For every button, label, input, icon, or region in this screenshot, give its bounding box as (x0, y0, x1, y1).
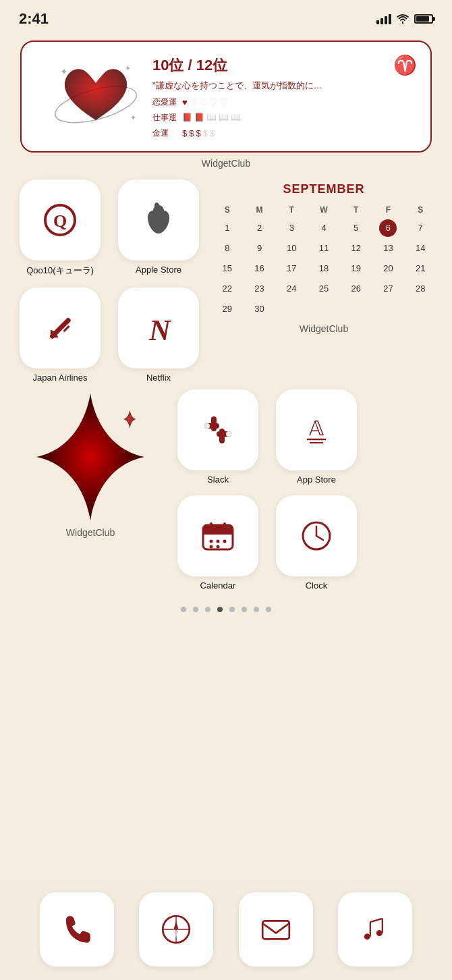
japan-airlines-app[interactable]: Japan Airlines (16, 288, 104, 383)
status-bar: 2:41 (0, 0, 452, 34)
phone-dock-item[interactable] (40, 892, 114, 967)
horoscope-widget-area: ✦ ✦ ✦ (0, 34, 452, 169)
mail-dock-icon[interactable] (239, 892, 313, 967)
qoo10-app[interactable]: Q Qoo10(キューラ) (16, 180, 104, 277)
music-dock-item[interactable] (338, 892, 412, 967)
clock-app[interactable]: Clock (273, 495, 360, 591)
horoscope-quote: "謙虚な心を持つことで、運気が指数的に… (152, 79, 417, 92)
slack-icon[interactable] (177, 389, 258, 470)
cal-h-s2: S (405, 202, 436, 218)
horoscope-widget-label: WidgetClub (20, 158, 432, 169)
app-calendar-section: Q Qoo10(キューラ) Apple Store (0, 175, 452, 383)
dot-1 (181, 607, 186, 612)
qoo10-label: Qoo10(キューラ) (26, 265, 94, 277)
cal-week-1: 1 2 3 4 5 6 7 (212, 218, 436, 238)
cal-h-f: F (373, 202, 404, 218)
svg-point-25 (217, 539, 220, 543)
slack-app[interactable]: Slack (174, 389, 262, 485)
cal-week-3: 15 16 17 18 19 20 21 (212, 258, 436, 279)
dot-4-active (217, 607, 223, 612)
dot-7 (254, 607, 259, 612)
calendar-app-icon[interactable] (177, 495, 258, 576)
wifi-icon (397, 14, 409, 24)
svg-point-27 (210, 545, 213, 548)
app-store-app[interactable]: 𝔸 App Store (273, 389, 360, 485)
apple-store-label: Apple Store (136, 265, 181, 275)
dot-6 (242, 607, 247, 612)
dot-5 (229, 607, 235, 612)
svg-text:Q: Q (53, 211, 67, 231)
qoo10-icon[interactable]: Q (20, 180, 101, 261)
app-grid-left: Q Qoo10(キューラ) Apple Store (16, 180, 202, 383)
netflix-label: Netflix (146, 373, 171, 383)
safari-dock-item[interactable] (139, 892, 213, 967)
love-row: 恋愛運 ♥ ♡ ♡ ♡ ♡ (152, 97, 417, 108)
apple-store-icon[interactable] (118, 180, 199, 261)
calendar-month: SEPTEMBER (212, 182, 436, 196)
cal-h-m: M (244, 202, 275, 218)
today-marker: 6 (379, 219, 397, 237)
svg-text:✦: ✦ (130, 113, 136, 121)
svg-text:N: N (148, 314, 172, 347)
calendar-app[interactable]: Calendar (174, 495, 262, 591)
heart-decoration: ✦ ✦ ✦ (45, 56, 133, 137)
love-icons: ♥ ♡ ♡ ♡ ♡ (182, 97, 228, 107)
page-dots (0, 607, 452, 612)
aries-symbol: ♈ (393, 54, 417, 76)
svg-line-33 (316, 536, 323, 540)
svg-point-26 (223, 539, 227, 543)
horoscope-widget[interactable]: ✦ ✦ ✦ (20, 40, 432, 153)
calendar-widget-label: WidgetClub (212, 323, 436, 334)
netflix-app[interactable]: N Netflix (115, 288, 202, 383)
sparkle-graphic (23, 389, 158, 524)
rank-text: 10位 / 12位 (152, 55, 227, 76)
sparkle-widget: WidgetClub (16, 389, 165, 538)
calendar-grid: S M T W T F S 1 2 3 4 5 6 7 8 9 (212, 202, 436, 319)
netflix-icon[interactable]: N (118, 288, 199, 369)
horoscope-info: 10位 / 12位 ♈ "謙虚な心を持つことで、運気が指数的に… 恋愛運 ♥ ♡… (152, 54, 417, 139)
japan-airlines-label: Japan Airlines (33, 373, 88, 383)
music-dock-icon[interactable] (338, 892, 412, 967)
svg-point-24 (210, 539, 213, 543)
cal-h-t: T (276, 202, 307, 218)
mail-dock-item[interactable] (239, 892, 313, 967)
apple-store-app[interactable]: Apple Store (115, 180, 202, 277)
love-label: 恋愛運 (152, 97, 177, 108)
calendar-app-label: Calendar (200, 580, 236, 591)
svg-point-28 (217, 545, 220, 548)
work-icons: 📕 📕 📖 📖 📖 (182, 113, 241, 122)
svg-rect-16 (204, 423, 210, 429)
heart-section: ✦ ✦ ✦ (35, 54, 143, 139)
phone-dock-icon[interactable] (40, 892, 114, 967)
cal-week-5: 29 30 (212, 299, 436, 319)
safari-dock-icon[interactable] (139, 892, 213, 967)
money-label: 金運 (152, 128, 177, 139)
svg-text:𝔸: 𝔸 (309, 417, 324, 439)
dock (0, 881, 452, 980)
clock-app-icon[interactable] (276, 495, 357, 576)
cal-h-w: W (308, 202, 339, 218)
japan-airlines-icon[interactable] (20, 288, 101, 369)
svg-line-42 (370, 919, 383, 922)
svg-rect-30 (223, 522, 226, 529)
status-icons (376, 13, 433, 24)
horoscope-rank-row: 10位 / 12位 ♈ (152, 54, 417, 76)
cal-h-t2: T (341, 202, 372, 218)
app-store-label: App Store (297, 474, 336, 485)
signal-icon (376, 13, 391, 24)
app-store-icon[interactable]: 𝔸 (276, 389, 357, 470)
dot-2 (193, 607, 198, 612)
battery-icon (414, 14, 433, 24)
dot-8 (266, 607, 271, 612)
work-label: 仕事運 (152, 112, 177, 124)
work-row: 仕事運 📕 📕 📖 📖 📖 (152, 112, 417, 124)
cal-header-row: S M T W T F S (212, 202, 436, 218)
status-time: 2:41 (19, 10, 49, 28)
svg-rect-29 (210, 522, 213, 529)
svg-marker-38 (174, 929, 179, 938)
right-app-grid: Slack 𝔸 App Store (174, 389, 360, 591)
sparkle-svg (23, 389, 158, 524)
clock-label: Clock (306, 580, 328, 591)
svg-rect-23 (203, 529, 233, 535)
cal-h-s: S (212, 202, 243, 218)
